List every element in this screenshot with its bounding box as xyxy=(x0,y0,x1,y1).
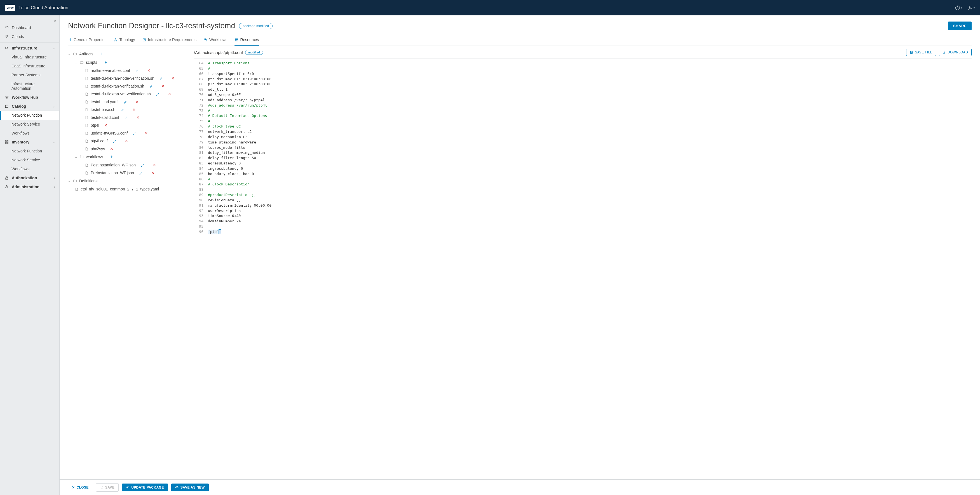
nav-authorization[interactable]: Authorization › xyxy=(0,173,59,182)
code-editor[interactable]: 64# Transport Options65#66transportSpeci… xyxy=(194,59,972,479)
update-package-button[interactable]: UPDATE PACKAGE xyxy=(122,484,168,491)
nav-label: Workflow Hub xyxy=(12,95,38,100)
delete-icon[interactable]: ✕ xyxy=(161,84,165,88)
nav-inv-wf[interactable]: Workflows xyxy=(0,165,59,173)
delete-icon[interactable]: ✕ xyxy=(147,68,151,73)
nav-administration[interactable]: Administration › xyxy=(0,182,59,191)
file-item[interactable]: PreInstantiation_WF.json xyxy=(91,171,134,175)
folder-workflows[interactable]: workflows xyxy=(86,155,103,159)
delete-icon[interactable]: ✕ xyxy=(136,115,140,120)
file-item[interactable]: etsi_nfv_sol001_common_2_7_1_types.yaml xyxy=(81,187,159,191)
user-icon[interactable]: ▾ xyxy=(967,5,975,11)
nav-inv-nf[interactable]: Network Function xyxy=(0,146,59,155)
add-icon[interactable]: + xyxy=(100,51,104,57)
delete-icon[interactable]: ✕ xyxy=(151,171,154,175)
delete-icon[interactable]: ✕ xyxy=(171,76,175,81)
pencil-icon[interactable] xyxy=(159,76,163,81)
nav-catalog-wf[interactable]: Workflows xyxy=(0,129,59,138)
pencil-icon[interactable] xyxy=(149,84,153,88)
file-icon xyxy=(85,132,88,135)
nav-label: Inventory xyxy=(12,140,29,144)
nav-inventory[interactable]: Inventory ⌄ xyxy=(0,138,59,146)
sidebar-collapse-icon[interactable]: « xyxy=(52,17,58,25)
save-file-button[interactable]: SAVE FILE xyxy=(906,49,936,56)
file-item[interactable]: testnf-du-flexran-node-verification.sh xyxy=(91,76,154,81)
tab-infra-requirements[interactable]: Infrastructure Requirements xyxy=(142,35,197,46)
nav-label: Clouds xyxy=(12,34,24,39)
delete-icon[interactable]: ✕ xyxy=(104,123,107,127)
tab-workflows[interactable]: Workflows xyxy=(204,35,227,46)
file-item[interactable]: update-ttyGNSS.conf xyxy=(91,131,127,135)
close-button[interactable]: ✕ CLOSE xyxy=(68,484,92,491)
nav-virtual-infra[interactable]: Virtual Infrastructure xyxy=(0,52,59,62)
delete-icon[interactable]: ✕ xyxy=(132,107,136,112)
download-icon xyxy=(942,51,946,54)
tab-resources[interactable]: Resources xyxy=(234,35,259,46)
chevron-down-icon[interactable]: ⌄ xyxy=(68,179,71,183)
svg-rect-9 xyxy=(7,141,8,142)
nav-inv-ns[interactable]: Network Service xyxy=(0,155,59,165)
share-button[interactable]: SHARE xyxy=(948,22,972,30)
add-icon[interactable]: + xyxy=(109,154,114,159)
file-item[interactable]: testnf-stalld.conf xyxy=(91,115,119,120)
svg-point-2 xyxy=(969,6,971,8)
delete-icon[interactable]: ✕ xyxy=(125,139,128,143)
add-icon[interactable]: + xyxy=(103,178,108,184)
save-as-new-button[interactable]: SAVE AS NEW xyxy=(171,484,209,491)
editor: /Artifacts/scripts/ptp4l.conf modified S… xyxy=(194,46,972,479)
chevron-down-icon[interactable]: ⌄ xyxy=(75,155,78,159)
nav-infrastructure[interactable]: Infrastructure ⌄ xyxy=(0,44,59,52)
file-item[interactable]: testnf_nad.yaml xyxy=(91,100,118,104)
chevron-down-icon[interactable]: ⌄ xyxy=(68,52,71,56)
nav-workflow-hub[interactable]: Workflow Hub xyxy=(0,93,59,102)
tab-general-properties[interactable]: ℹGeneral Properties xyxy=(68,35,107,46)
nav-caas-infra[interactable]: CaaS Infrastructure xyxy=(0,62,59,70)
pencil-icon[interactable] xyxy=(141,163,145,167)
delete-icon[interactable]: ✕ xyxy=(110,146,113,151)
pencil-icon[interactable] xyxy=(113,139,116,143)
download-button[interactable]: DOWNLOAD xyxy=(939,49,972,56)
file-item[interactable]: testnf-du-flexran-vm-verification.sh xyxy=(91,92,151,96)
folder-artifacts[interactable]: Artifacts xyxy=(79,52,94,56)
nav-catalog[interactable]: Catalog ⌄ xyxy=(0,102,59,111)
chevron-down-icon: ⌄ xyxy=(52,47,55,50)
pencil-icon[interactable] xyxy=(124,115,128,120)
file-item[interactable]: testnf-du-flexran-verification.sh xyxy=(91,84,144,88)
pencil-icon[interactable] xyxy=(120,107,124,112)
delete-icon[interactable]: ✕ xyxy=(168,92,171,96)
svg-rect-5 xyxy=(7,96,8,97)
chevron-right-icon: › xyxy=(54,176,55,179)
save-icon xyxy=(100,486,103,489)
file-item[interactable]: realtime-variables.conf xyxy=(91,68,130,73)
cloud-upload-icon xyxy=(126,485,130,489)
folder-definitions[interactable]: Definitions xyxy=(79,179,97,183)
add-icon[interactable]: + xyxy=(103,60,108,65)
delete-icon[interactable]: ✕ xyxy=(145,131,148,135)
file-modified-badge: modified xyxy=(245,50,263,55)
tab-topology[interactable]: Topology xyxy=(114,35,135,46)
help-icon[interactable]: ▾ xyxy=(955,5,963,11)
pencil-icon[interactable] xyxy=(139,171,143,175)
chevron-down-icon[interactable]: ⌄ xyxy=(75,61,78,64)
nav-partner-systems[interactable]: Partner Systems xyxy=(0,70,59,79)
pencil-icon[interactable] xyxy=(123,100,127,104)
file-item[interactable]: ptp4l xyxy=(91,123,99,127)
file-item[interactable]: PostInstantiation_WF.json xyxy=(91,163,136,167)
pencil-icon[interactable] xyxy=(135,68,139,73)
nav-catalog-ns[interactable]: Network Service xyxy=(0,120,59,129)
nav-dashboard[interactable]: Dashboard xyxy=(0,23,59,32)
file-item[interactable]: testnf-base.sh xyxy=(91,107,115,112)
file-icon xyxy=(85,100,88,104)
file-item[interactable]: phc2sys xyxy=(91,146,105,151)
pencil-icon[interactable] xyxy=(156,92,159,96)
delete-icon[interactable]: ✕ xyxy=(135,100,139,104)
nav-catalog-nf[interactable]: Network Function xyxy=(0,111,59,120)
nav-clouds[interactable]: Clouds xyxy=(0,32,59,41)
nav-infra-automation[interactable]: Infrastructure Automation xyxy=(0,79,59,93)
folder-icon xyxy=(73,179,77,183)
delete-icon[interactable]: ✕ xyxy=(153,163,156,167)
file-icon xyxy=(85,171,88,175)
folder-scripts[interactable]: scripts xyxy=(86,60,97,65)
file-item[interactable]: ptp4l.conf xyxy=(91,139,108,143)
pencil-icon[interactable] xyxy=(133,131,136,135)
